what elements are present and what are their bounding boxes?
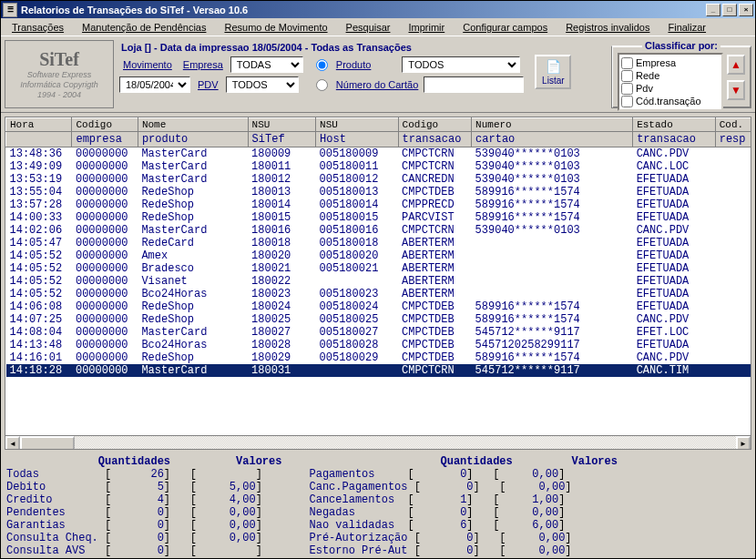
menu-finalizar[interactable]: Finalizar (659, 20, 715, 35)
table-row[interactable]: 14:05:4700000000RedeCard180018005180018A… (6, 237, 751, 249)
filter-panel: Loja [] - Data da impressao 18/05/2004 -… (117, 40, 608, 108)
col-subheader: produto (138, 132, 248, 147)
logo-brand: SiTef (39, 48, 79, 70)
table-row[interactable]: 14:05:5200000000Visanet180022ABERTERMEFE… (6, 275, 751, 288)
empresa-select[interactable]: TODAS (230, 56, 303, 73)
list-icon: 📄 (546, 59, 561, 74)
label-movimento: Movimento (119, 59, 176, 70)
table-row[interactable]: 14:05:5200000000Bco24Horas18002300518002… (6, 288, 751, 300)
table-row[interactable]: 14:07:2500000000RedeShop180025005180025C… (6, 313, 751, 326)
listar-button[interactable]: 📄 Listar (535, 55, 571, 89)
sort-down-button[interactable]: ▼ (727, 80, 745, 100)
classify-panel: Classificar por: Empresa Rede Pdv Cód.tr… (611, 40, 751, 108)
table-row[interactable]: 14:08:0400000000MasterCard18002700518002… (6, 326, 751, 339)
col-header[interactable]: Cod. (715, 118, 751, 132)
col-subheader: cartao (472, 132, 633, 147)
numcartao-input[interactable] (424, 76, 524, 93)
maximize-button[interactable]: □ (722, 4, 737, 16)
movimento-select[interactable]: 18/05/2004 (119, 76, 190, 93)
app-icon: ☰ (3, 3, 17, 17)
table-row[interactable]: 14:18:2800000000MasterCard180031CMPCTCRN… (6, 364, 751, 377)
table-row[interactable]: 14:05:5200000000Amex180020005180020ABERT… (6, 249, 751, 262)
loja-heading: Loja [] - Data da impressao 18/05/2004 -… (117, 40, 608, 55)
menu-resumo[interactable]: Resumo de Movimento (215, 20, 336, 35)
col-subheader: empresa (72, 132, 138, 147)
col-subheader: transacao (633, 132, 716, 147)
scroll-right-button[interactable]: ► (736, 436, 751, 450)
title-text: Relatorios de Transações do SiTef - Vers… (21, 5, 704, 15)
radio-numcartao[interactable] (316, 79, 328, 91)
sort-up-button[interactable]: ▲ (727, 55, 745, 75)
data-grid[interactable]: HoraCodigoNomeNSUNSUCodigoNumeroEstadoCo… (5, 117, 751, 450)
col-header[interactable]: NSU (248, 118, 315, 132)
chk-empresa[interactable] (621, 57, 633, 69)
summary-footer: Quantidades Valores Todas [ 26] [ ] Debi… (1, 453, 755, 559)
menu-manutencao[interactable]: Manutenção de Pendências (73, 20, 215, 35)
table-row[interactable]: 13:49:0900000000MasterCard18001100518001… (6, 160, 751, 173)
label-produto: Produto (334, 59, 373, 70)
label-pdv: PDV (194, 79, 222, 90)
menu-pesquisar[interactable]: Pesquisar (337, 20, 400, 35)
table-row[interactable]: 13:55:0400000000RedeShop180013005180013C… (6, 186, 751, 198)
minimize-button[interactable]: _ (706, 4, 720, 16)
menu-transacoes[interactable]: Transações (3, 20, 73, 35)
produto-select[interactable]: TODOS (402, 56, 520, 73)
scroll-thumb[interactable] (20, 436, 75, 450)
label-empresa: Empresa (179, 59, 227, 70)
col-subheader: SiTef (248, 132, 315, 147)
menu-imprimir[interactable]: Imprimir (399, 20, 454, 35)
col-header[interactable]: Numero (472, 118, 633, 132)
classify-list[interactable]: Empresa Rede Pdv Cód.transação (618, 53, 723, 111)
menu-configurar[interactable]: Configurar campos (454, 20, 557, 35)
classify-legend: Classificar por: (642, 40, 720, 51)
titlebar: ☰ Relatorios de Transações do SiTef - Ve… (1, 1, 755, 18)
chk-pdv[interactable] (621, 83, 633, 95)
header-panel: SiTef Software Express Informática Copyr… (1, 36, 755, 113)
col-subheader: transacao (398, 132, 471, 147)
chk-rede[interactable] (621, 70, 633, 82)
table-row[interactable]: 14:16:0100000000RedeShop180029005180029C… (6, 351, 751, 364)
col-subheader: Host (316, 132, 399, 147)
table-row[interactable]: 14:02:0600000000MasterCard18001600518001… (6, 224, 751, 237)
label-numcartao: Número do Cartão (334, 79, 421, 90)
close-button[interactable]: × (739, 4, 753, 16)
pdv-select[interactable]: TODOS (226, 76, 299, 93)
table-row[interactable]: 14:00:3300000000RedeShop180015005180015P… (6, 211, 751, 224)
table-row[interactable]: 13:48:3600000000MasterCard18000900518000… (6, 147, 751, 161)
menu-registros[interactable]: Registros invalidos (557, 20, 659, 35)
col-header[interactable]: NSU (316, 118, 399, 132)
menubar: Transações Manutenção de Pendências Resu… (1, 18, 755, 36)
table-row[interactable]: 14:06:0800000000RedeShop180024005180024C… (6, 300, 751, 313)
col-header[interactable]: Hora (6, 118, 72, 132)
horizontal-scrollbar[interactable]: ◄ ► (5, 435, 751, 450)
table-row[interactable]: 13:57:2800000000RedeShop180014005180014C… (6, 198, 751, 211)
radio-produto[interactable] (316, 59, 328, 71)
col-subheader: resp (715, 132, 751, 147)
col-header[interactable]: Codigo (72, 118, 138, 132)
col-header[interactable]: Nome (138, 118, 248, 132)
col-header[interactable]: Estado (633, 118, 716, 132)
logo: SiTef Software Express Informática Copyr… (5, 40, 114, 108)
table-row[interactable]: 14:05:5200000000Bradesco180021005180021A… (6, 262, 751, 275)
col-subheader (6, 132, 72, 147)
chk-codtx[interactable] (621, 96, 633, 107)
scroll-left-button[interactable]: ◄ (5, 436, 20, 450)
table-row[interactable]: 14:13:4800000000Bco24Horas18002800518002… (6, 339, 751, 351)
table-row[interactable]: 13:53:1900000000MasterCard18001200518001… (6, 173, 751, 186)
col-header[interactable]: Codigo (398, 118, 471, 132)
